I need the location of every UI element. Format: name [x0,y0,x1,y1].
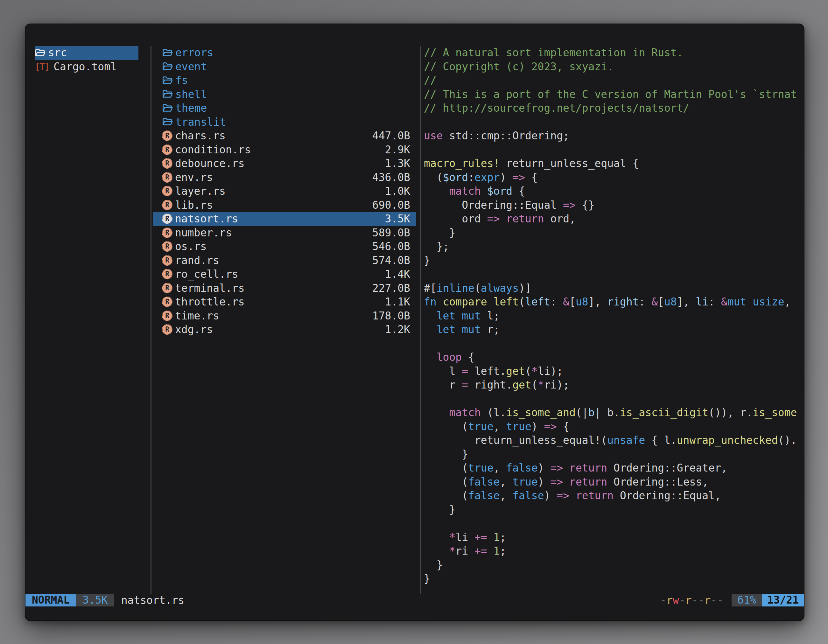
item-label: throttle.rs [175,295,245,309]
file-row-env.rs[interactable]: Renv.rs436.0B [153,171,416,185]
item-size: 574.0B [372,254,410,268]
code-line-12: Ordering::Equal => {} [424,198,804,212]
item-size: 589.0B [372,226,410,240]
item-label: shell [175,88,207,102]
code-line-4: // This is a port of the C version of Ma… [424,88,804,102]
code-line-1: // A natural sort implementation in Rust… [424,46,804,60]
folder-open-icon [162,116,173,127]
parent-item-Cargo.toml[interactable]: [T]Cargo.toml [34,60,138,74]
code-line-5: // http://sourcefrog.net/projects/natsor… [424,101,804,115]
file-row-debounce.rs[interactable]: Rdebounce.rs1.3K [153,157,416,171]
code-line-11: match $ord { [424,184,804,198]
code-line-39: } [424,572,804,586]
pane-divider-left [151,46,152,594]
item-label: natsort.rs [175,212,238,226]
folder-open-icon [162,89,173,100]
item-label: translit [175,115,226,129]
rust-icon: R [162,283,172,293]
file-row-shell[interactable]: shell [153,88,416,102]
folder-open-icon [162,47,173,58]
file-row-xdg.rs[interactable]: Rxdg.rs1.2K [153,323,416,337]
file-row-rand.rs[interactable]: Rrand.rs574.0B [153,254,416,268]
code-line-32: (false, true) => return Ordering::Less, [424,475,804,489]
cursor-position-badge: 13/21 [762,594,804,606]
item-size: 447.0B [372,129,410,143]
code-line-7: use std::cmp::Ordering; [424,129,804,143]
rust-icon: R [162,172,172,183]
toml-icon: [T] [34,60,49,74]
code-line-35 [424,516,804,530]
file-row-condition.rs[interactable]: Rcondition.rs2.9K [153,143,416,157]
item-label: debounce.rs [175,157,245,171]
rust-icon: R [162,158,172,169]
rust-icon: R [162,310,172,321]
item-size: 546.0B [372,240,410,254]
item-size: 1.0K [385,184,410,198]
code-line-14: } [424,226,804,240]
code-line-16: } [424,254,804,268]
rust-icon: R [162,144,172,155]
code-line-18: #[inline(always)] [424,281,804,295]
file-row-translit[interactable]: translit [153,115,416,129]
file-row-theme[interactable]: theme [153,101,416,115]
permissions-text: -rw-r--r-- [660,594,723,606]
code-line-8 [424,143,804,157]
code-line-15: }; [424,240,804,254]
rust-icon: R [162,227,172,238]
item-label: event [175,60,207,74]
code-line-27: match (l.is_some_and(|b| b.is_ascii_digi… [424,406,804,420]
mode-badge: NORMAL [25,594,76,606]
yazi-window: src[T]Cargo.toml errorseventfsshelltheme… [25,24,804,621]
code-line-28: (true, true) => { [424,420,804,434]
item-size: 1.3K [385,157,410,171]
file-row-errors[interactable]: errors [153,46,416,60]
item-label: errors [175,46,213,60]
file-row-event[interactable]: event [153,60,416,74]
file-row-throttle.rs[interactable]: Rthrottle.rs1.1K [153,295,416,309]
file-row-chars.rs[interactable]: Rchars.rs447.0B [153,129,416,143]
code-line-17 [424,267,804,281]
code-line-37: *ri += 1; [424,544,804,558]
code-line-31: (true, false) => return Ordering::Greate… [424,461,804,475]
item-label: time.rs [175,309,219,323]
code-line-13: ord => return ord, [424,212,804,226]
code-line-26 [424,392,804,406]
rust-icon: R [162,255,172,266]
file-size-badge: 3.5K [76,594,114,606]
item-label: rand.rs [175,254,219,268]
file-row-time.rs[interactable]: Rtime.rs178.0B [153,309,416,323]
item-size: 2.9K [385,143,410,157]
rust-icon: R [162,241,172,252]
code-line-6 [424,115,804,129]
rust-icon: R [162,324,172,335]
item-size: 1.2K [385,323,410,337]
file-row-layer.rs[interactable]: Rlayer.rs1.0K [153,184,416,198]
item-size: 1.4K [385,267,410,281]
rust-icon: R [162,213,172,224]
item-label: src [48,46,67,60]
file-row-natsort.rs[interactable]: Rnatsort.rs3.5K [153,212,416,226]
item-size: 436.0B [372,171,410,185]
folder-open-icon [162,75,173,86]
rust-icon: R [162,269,172,279]
preview-pane: // A natural sort implementation in Rust… [424,46,804,586]
item-label: xdg.rs [175,323,213,337]
item-label: os.rs [175,240,207,254]
file-row-ro_cell.rs[interactable]: Rro_cell.rs1.4K [153,267,416,281]
item-size: 1.1K [385,295,410,309]
pane-divider-right [420,46,421,594]
current-pane: errorseventfsshellthemetranslitRchars.rs… [153,46,416,337]
parent-item-src[interactable]: src [34,46,138,60]
code-line-9: macro_rules! return_unless_equal { [424,157,804,171]
file-row-lib.rs[interactable]: Rlib.rs690.0B [153,198,416,212]
file-row-fs[interactable]: fs [153,74,416,88]
file-row-os.rs[interactable]: Ros.rs546.0B [153,240,416,254]
code-line-34: } [424,503,804,517]
file-row-number.rs[interactable]: Rnumber.rs589.0B [153,226,416,240]
folder-open-icon [162,61,173,72]
item-label: terminal.rs [175,281,245,295]
item-size: 227.0B [372,281,410,295]
file-row-terminal.rs[interactable]: Rterminal.rs227.0B [153,281,416,295]
code-line-20: let mut l; [424,309,804,323]
code-line-2: // Copyright (c) 2023, sxyazi. [424,60,804,74]
